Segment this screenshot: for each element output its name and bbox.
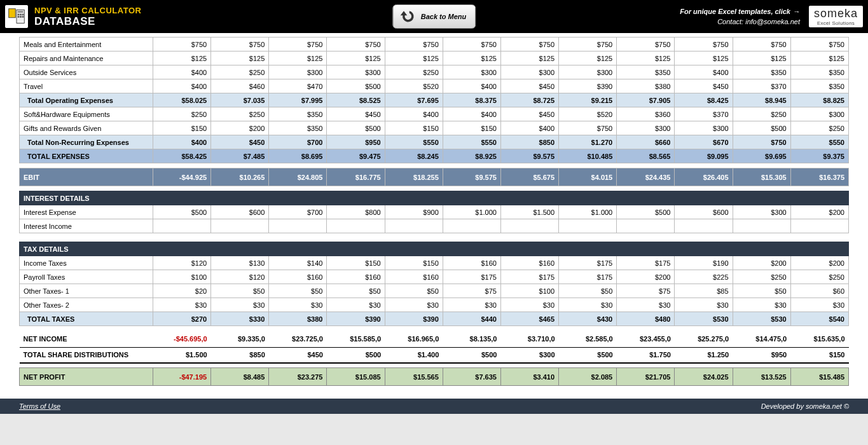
cell-value: -$44.925	[153, 168, 211, 186]
cell-value: $450	[675, 79, 733, 93]
cell-value: $15.085	[327, 368, 385, 386]
cell-value: $150	[385, 121, 443, 135]
cell-value: $350	[790, 65, 848, 79]
app-header: NPV & IRR CALCULATOR DATABASE Back to Me…	[0, 0, 868, 33]
cell-value	[327, 242, 385, 256]
cell-value: $16.375	[790, 168, 848, 186]
cell-value: $8.245	[385, 149, 443, 163]
table-row: TOTAL SHARE DISTRIBUTIONS$1.500$850$450$…	[20, 348, 849, 363]
cell-value: $8.525	[327, 93, 385, 107]
cell-value	[327, 219, 385, 233]
row-label: Other Taxes- 1	[20, 284, 153, 298]
cell-value: $300	[327, 65, 385, 79]
cell-value: $330	[211, 312, 269, 326]
table-row: Gifts and Rewards Given$150$200$350$500$…	[20, 121, 849, 135]
cell-value: $3.710,0	[500, 331, 558, 348]
cell-value: $390	[559, 79, 617, 93]
cell-value: $250	[385, 65, 443, 79]
cell-value: $370	[733, 79, 790, 93]
cell-value: $400	[675, 65, 733, 79]
table-row: Meals and Entertainment$750$750$750$750$…	[20, 38, 849, 51]
table-row: NET INCOME-$45.695,0$9.335,0$23.725,0$15…	[20, 331, 849, 348]
cell-value: $460	[211, 79, 269, 93]
app-title: NPV & IRR CALCULATOR	[34, 6, 141, 15]
row-label: Income Taxes	[20, 256, 153, 270]
row-label: TAX DETAILS	[20, 242, 153, 256]
cell-value: $400	[153, 65, 211, 79]
cell-value: $125	[500, 51, 558, 65]
cell-value	[327, 191, 385, 205]
cell-value: $300	[269, 65, 327, 79]
cell-value: $750	[269, 38, 327, 51]
row-label: TOTAL SHARE DISTRIBUTIONS	[20, 348, 153, 363]
cell-value	[385, 219, 443, 233]
cell-value: $750	[443, 38, 500, 51]
cell-value: $750	[559, 38, 617, 51]
terms-link[interactable]: Terms of Use	[19, 402, 60, 410]
cell-value: $8.425	[675, 93, 733, 107]
svg-rect-5	[22, 14, 24, 16]
row-label: INTEREST DETAILS	[20, 191, 153, 205]
cell-value: $9.695	[733, 149, 790, 163]
cell-value: $390	[327, 312, 385, 326]
cell-value: $120	[211, 270, 269, 284]
cell-value	[675, 242, 733, 256]
cell-value: $300	[500, 65, 558, 79]
cell-value	[500, 242, 558, 256]
app-icon	[5, 5, 28, 28]
cell-value: $125	[327, 51, 385, 65]
cell-value: $600	[211, 205, 269, 219]
cell-value: $450	[500, 79, 558, 93]
cell-value: $300	[443, 65, 500, 79]
cell-value: $500	[559, 348, 617, 363]
cell-value: $700	[269, 205, 327, 219]
row-label: Travel	[20, 79, 153, 93]
cell-value: $23.725,0	[269, 331, 327, 348]
cell-value: $500	[617, 205, 675, 219]
cell-value: $430	[559, 312, 617, 326]
cell-value: $250	[790, 270, 848, 284]
cell-value: $750	[211, 38, 269, 51]
someka-logo[interactable]: someka Excel Solutions	[809, 6, 863, 27]
cell-value: $30	[443, 298, 500, 312]
cell-value: $26.405	[675, 168, 733, 186]
cell-value: $23.455,0	[617, 331, 675, 348]
cell-value	[790, 242, 848, 256]
table-row: TOTAL TAXES$270$330$380$390$390$440$465$…	[20, 312, 849, 326]
cell-value	[617, 191, 675, 205]
cell-value: $540	[790, 312, 848, 326]
cell-value: $25.275,0	[675, 331, 733, 348]
cell-value: $30	[269, 298, 327, 312]
cell-value: $15.305	[733, 168, 790, 186]
cell-value: $500	[443, 348, 500, 363]
back-to-menu-button[interactable]: Back to Menu	[392, 4, 476, 29]
cell-value: $750	[327, 38, 385, 51]
cell-value: $8.135,0	[443, 331, 500, 348]
cell-value: $750	[617, 38, 675, 51]
cell-value: $24.805	[269, 168, 327, 186]
cell-value: $8.375	[443, 93, 500, 107]
cell-value: $850	[211, 348, 269, 363]
cell-value	[500, 219, 558, 233]
cell-value: $175	[500, 270, 558, 284]
svg-rect-3	[18, 14, 20, 16]
row-label: Payroll Taxes	[20, 270, 153, 284]
row-label: NET PROFIT	[20, 368, 153, 386]
cell-value: $75	[617, 284, 675, 298]
cell-value: $100	[500, 284, 558, 298]
cell-value: $250	[733, 107, 790, 121]
cell-value: $23.275	[269, 368, 327, 386]
click-link[interactable]: click	[775, 8, 790, 15]
cell-value: $520	[559, 107, 617, 121]
svg-rect-7	[20, 16, 22, 18]
cell-value: $500	[153, 205, 211, 219]
cell-value: $450	[327, 107, 385, 121]
cell-value: $350	[733, 65, 790, 79]
cell-value: $950	[733, 348, 790, 363]
table-row: Outside Services$400$250$300$300$250$300…	[20, 65, 849, 79]
table-row: Income Taxes$120$130$140$150$150$160$160…	[20, 256, 849, 270]
cell-value: $380	[269, 312, 327, 326]
cell-value: $30	[790, 298, 848, 312]
cell-value: $200	[790, 256, 848, 270]
cell-value: $125	[153, 51, 211, 65]
